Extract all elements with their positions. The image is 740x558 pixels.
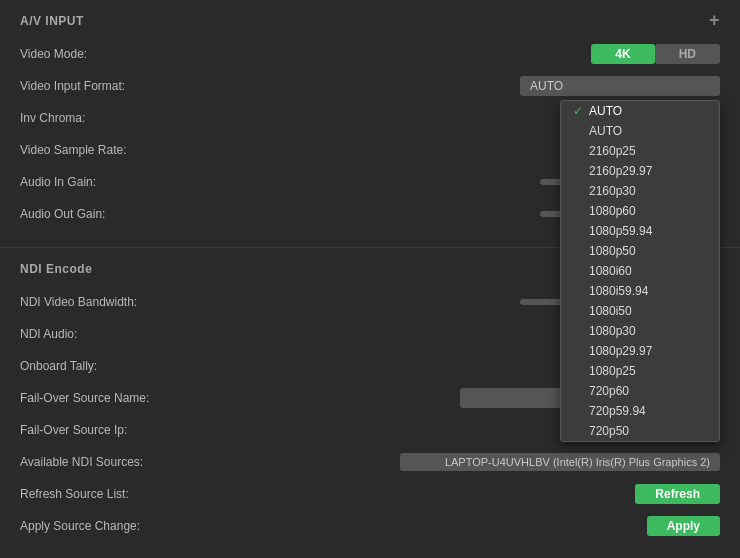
dropdown-item-2160p25[interactable]: 2160p25 [561,141,719,161]
available-ndi-sources-control: LAPTOP-U4UVHLBV (Intel(R) Iris(R) Plus G… [200,453,720,471]
refresh-source-list-label: Refresh Source List: [20,487,200,501]
dropdown-item-2160p2997[interactable]: 2160p29.97 [561,161,719,181]
video-mode-row: Video Mode: 4K HD [20,41,720,67]
av-input-section: A/V INPUT + Video Mode: 4K HD Video Inpu… [0,0,740,248]
ndi-audio-label: NDI Audio: [20,327,200,341]
av-input-plus-icon[interactable]: + [709,10,720,31]
failover-source-ip-label: Fail-Over Source Ip: [20,423,200,437]
dropdown-item-720p60[interactable]: 720p60 [561,381,719,401]
video-mode-4k-button[interactable]: 4K [591,44,654,64]
dropdown-item-1080p60[interactable]: 1080p60 [561,201,719,221]
apply-button[interactable]: Apply [647,516,720,536]
audio-in-gain-label: Audio In Gain: [20,175,200,189]
dropdown-item-720p50[interactable]: 720p50 [561,421,719,441]
dropdown-item-1080i60[interactable]: 1080i60 [561,261,719,281]
video-input-format-row: Video Input Format: AUTO ✓ AUTO AUTO [20,73,720,99]
dropdown-item-1080i50[interactable]: 1080i50 [561,301,719,321]
video-mode-hd-button[interactable]: HD [655,44,720,64]
ndi-video-bandwidth-label: NDI Video Bandwidth: [20,295,200,309]
video-input-format-control: AUTO ✓ AUTO AUTO 2160p25 [200,76,720,96]
video-mode-label: Video Mode: [20,47,200,61]
refresh-source-list-control: Refresh [200,484,720,504]
check-icon: ✓ [573,104,583,118]
dropdown-item-auto-checked[interactable]: ✓ AUTO [561,101,719,121]
apply-source-change-row: Apply Source Change: Apply [20,513,720,539]
dropdown-item-1080p2997[interactable]: 1080p29.97 [561,341,719,361]
video-input-format-dropdown[interactable]: AUTO ✓ AUTO AUTO 2160p25 [520,76,720,96]
video-sample-rate-label: Video Sample Rate: [20,143,200,157]
av-input-header: A/V INPUT + [20,10,720,31]
dropdown-item-1080p5994[interactable]: 1080p59.94 [561,221,719,241]
apply-source-change-control: Apply [200,516,720,536]
available-ndi-sources-row: Available NDI Sources: LAPTOP-U4UVHLBV (… [20,449,720,475]
dropdown-item-1080p30[interactable]: 1080p30 [561,321,719,341]
refresh-button[interactable]: Refresh [635,484,720,504]
dropdown-item-720p5994[interactable]: 720p59.94 [561,401,719,421]
available-ndi-sources-label: Available NDI Sources: [20,455,200,469]
onboard-tally-label: Onboard Tally: [20,359,200,373]
video-mode-control: 4K HD [200,44,720,64]
video-mode-toggle: 4K HD [591,44,720,64]
video-input-format-list: ✓ AUTO AUTO 2160p25 2160p29.97 [560,100,720,442]
inv-chroma-label: Inv Chroma: [20,111,200,125]
refresh-source-list-row: Refresh Source List: Refresh [20,481,720,507]
dropdown-item-auto[interactable]: AUTO [561,121,719,141]
video-input-format-value: AUTO [530,79,563,93]
available-ndi-sources-value[interactable]: LAPTOP-U4UVHLBV (Intel(R) Iris(R) Plus G… [400,453,720,471]
ndi-encode-title: NDI Encode [20,262,92,276]
failover-source-name-label: Fail-Over Source Name: [20,391,200,405]
av-input-title: A/V INPUT [20,14,84,28]
dropdown-item-1080p50[interactable]: 1080p50 [561,241,719,261]
audio-out-gain-label: Audio Out Gain: [20,207,200,221]
video-input-format-btn[interactable]: AUTO [520,76,720,96]
dropdown-item-2160p30[interactable]: 2160p30 [561,181,719,201]
video-input-format-label: Video Input Format: [20,79,200,93]
apply-source-change-label: Apply Source Change: [20,519,200,533]
dropdown-item-1080p25[interactable]: 1080p25 [561,361,719,381]
dropdown-item-1080i5994[interactable]: 1080i59.94 [561,281,719,301]
